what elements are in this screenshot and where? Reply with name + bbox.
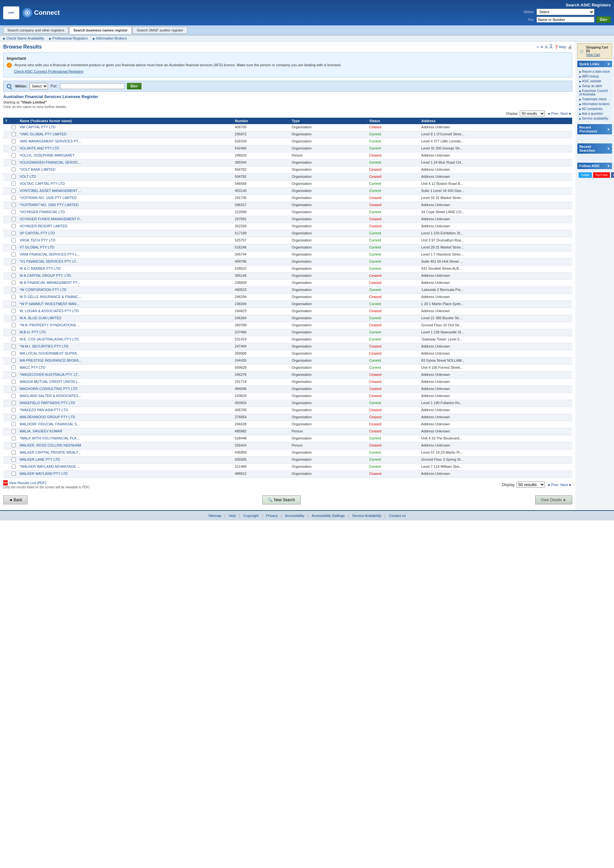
row-checkbox[interactable]: [12, 132, 16, 136]
result-name-link[interactable]: WALKER, ROSS COLLINS NEENHAM: [20, 443, 81, 447]
check-asic-link[interactable]: Check ASIC Connect Professional Register…: [14, 70, 83, 73]
facebook-button[interactable]: Facebook: [611, 172, 614, 178]
row-checkbox[interactable]: [12, 224, 16, 228]
result-name-link[interactable]: VOLCK, JOSEPHINE MARGARET: [20, 153, 74, 157]
view-details-button[interactable]: View Details ►: [535, 495, 572, 504]
result-name-link[interactable]: *WAGECOVER AUSTRALIA PTY. LT...: [20, 373, 81, 377]
row-checkbox[interactable]: [12, 330, 16, 334]
result-name-link[interactable]: *VOITRAIN NO. 1426 PTY LIMITED: [20, 196, 76, 200]
row-checkbox[interactable]: [12, 415, 16, 419]
footer-link[interactable]: Copyright: [243, 514, 259, 518]
result-name-link[interactable]: *WALKER WAYLAND ADVANTAGE ...: [20, 465, 80, 468]
row-checkbox[interactable]: [12, 181, 16, 186]
result-name-link[interactable]: W B FINANCIAL MANAGEMENT PT...: [20, 281, 80, 285]
result-name-link[interactable]: VP CAPITAL PTY LTD: [20, 231, 55, 235]
row-checkbox[interactable]: [12, 465, 16, 469]
result-name-link[interactable]: VONTOBEL ASSET MANAGEMENT ...: [20, 189, 81, 192]
result-name-link[interactable]: *WALK WITH YOU FINANCIAL PLA...: [20, 436, 79, 440]
result-name-link[interactable]: VT GLOBAL PTY LTD: [20, 245, 54, 249]
quick-link-item[interactable]: ABN lookup: [579, 74, 610, 79]
row-checkbox[interactable]: [12, 253, 16, 257]
tab-search-smsf[interactable]: Search SMSF auditor register: [132, 27, 188, 34]
search-within-select[interactable]: Select: [29, 83, 48, 89]
quick-links-section[interactable]: Quick Links ▼: [577, 61, 612, 67]
quick-link-item[interactable]: Ask a question: [579, 111, 610, 116]
result-name-link[interactable]: VMG MANAGEMENT SERVICES PT...: [20, 139, 81, 143]
row-checkbox[interactable]: [12, 302, 16, 306]
result-name-link[interactable]: *VOITRAINT NO. 1583 PTY LIMITED: [20, 203, 79, 207]
footer-link[interactable]: Sitemap: [208, 514, 221, 518]
row-checkbox[interactable]: [12, 238, 16, 242]
display-select[interactable]: 50 results 10 results 25 results 100 res…: [520, 111, 545, 116]
tab-search-business[interactable]: Search business names register: [69, 27, 132, 34]
result-name-link[interactable]: WAGHORN CONSULTING PTY LTD: [20, 387, 78, 391]
row-checkbox[interactable]: [12, 139, 16, 143]
back-button[interactable]: ◄ Back: [3, 495, 28, 504]
row-checkbox[interactable]: [12, 422, 16, 426]
result-name-link[interactable]: W D GELLE INSURANCE & FINANC...: [20, 295, 81, 299]
result-name-link[interactable]: VOYAGER RESORT LIMITED: [20, 224, 68, 228]
row-checkbox[interactable]: [12, 358, 16, 363]
search-go-button[interactable]: Go»: [127, 83, 141, 89]
font-size-a1[interactable]: A: [537, 45, 539, 48]
result-name-link[interactable]: W. LOGAN & ASSOCIATES PTY LTD: [20, 309, 79, 313]
row-checkbox[interactable]: [12, 288, 16, 292]
for-input[interactable]: [536, 17, 594, 23]
display-select-bottom[interactable]: 50 results 10 results 25 results 100 res…: [516, 482, 545, 488]
result-name-link[interactable]: VOLTAIC CAPITAL PTY LTD: [20, 181, 65, 186]
font-size-a3[interactable]: A: [545, 45, 548, 50]
result-name-link[interactable]: *WAKEZO PAN ASIA PTY LTD: [20, 408, 68, 412]
quick-link-item[interactable]: ASIC website: [579, 79, 610, 84]
row-checkbox[interactable]: [12, 323, 16, 327]
result-name-link[interactable]: W.B.H. PTY LTD: [20, 330, 46, 334]
result-name-link[interactable]: WACC PTY LTD: [20, 366, 45, 369]
row-checkbox[interactable]: [12, 231, 16, 235]
search-for-input[interactable]: [60, 83, 124, 89]
row-checkbox[interactable]: [12, 245, 16, 250]
quick-link-item[interactable]: Franchise Council of Australia: [579, 88, 610, 97]
result-name-link[interactable]: WALKER CAPITAL PRIVATE WEALT...: [20, 450, 81, 454]
quick-link-item[interactable]: Service availability: [579, 116, 610, 121]
result-name-link[interactable]: *VOYAGER FINANCIAL LTD: [20, 210, 65, 214]
row-checkbox[interactable]: [12, 259, 16, 264]
row-checkbox[interactable]: [12, 436, 16, 440]
row-checkbox[interactable]: [12, 167, 16, 172]
result-name-link[interactable]: VOLANTE ANZ PTY LTD: [20, 146, 59, 150]
row-checkbox[interactable]: [12, 450, 16, 454]
result-name-link[interactable]: VM CAPITAL PTY LTD: [20, 125, 55, 129]
footer-link[interactable]: Contact us: [389, 514, 406, 518]
font-size-a2[interactable]: A: [541, 45, 543, 49]
result-name-link[interactable]: W.E. COX (AUSTRALASIA) PTY LTD: [20, 337, 79, 341]
go-button[interactable]: Go»: [596, 16, 611, 23]
result-name-link[interactable]: W.A. BLUE GUM LIMITED: [20, 316, 61, 320]
row-checkbox[interactable]: [12, 203, 16, 207]
result-name-link[interactable]: WAKEFIELD PARTNERS PTY LTD: [20, 401, 75, 405]
footer-link[interactable]: Accessibility: [285, 514, 304, 518]
row-checkbox[interactable]: [12, 401, 16, 405]
row-checkbox[interactable]: [12, 175, 16, 179]
result-name-link[interactable]: VOLT LTD: [20, 175, 36, 178]
result-name-link[interactable]: WALKER LANE PTY LTD: [20, 457, 60, 461]
result-name-link[interactable]: WA PRESTIGE INSURANCE BROKE...: [20, 358, 82, 362]
help-button[interactable]: ❓Help: [554, 45, 566, 49]
row-checkbox[interactable]: [12, 337, 16, 341]
row-checkbox[interactable]: [12, 351, 16, 356]
row-checkbox[interactable]: [12, 274, 16, 278]
row-checkbox[interactable]: [12, 309, 16, 313]
view-results-pdf-link[interactable]: PDF View Results List (PDF): [3, 480, 90, 485]
within-select[interactable]: Select: [536, 9, 594, 15]
row-checkbox[interactable]: [12, 125, 16, 129]
follow-asic-section[interactable]: Follow ASIC ▼: [577, 163, 612, 169]
quick-link-item[interactable]: NZ companies: [579, 106, 610, 111]
print-icon[interactable]: 🖨: [568, 45, 572, 50]
result-name-link[interactable]: VWM FINANCIAL SERVICES PTY L...: [20, 253, 80, 256]
result-name-link[interactable]: *W CORPORATION PTY LTD: [20, 288, 67, 291]
row-checkbox[interactable]: [12, 394, 16, 398]
result-name-link[interactable]: *VOLT BANK LIMITED: [20, 167, 55, 171]
result-name-link[interactable]: WALDORF FIDUCIAL FINANCIAL S...: [20, 422, 80, 426]
row-checkbox[interactable]: [12, 366, 16, 370]
result-name-link[interactable]: VOLKSWAGEN FINANCIAL SERVIC...: [20, 160, 81, 164]
row-checkbox[interactable]: [12, 217, 16, 221]
row-checkbox[interactable]: [12, 189, 16, 193]
new-search-button[interactable]: 🔍 New Search: [262, 495, 300, 504]
